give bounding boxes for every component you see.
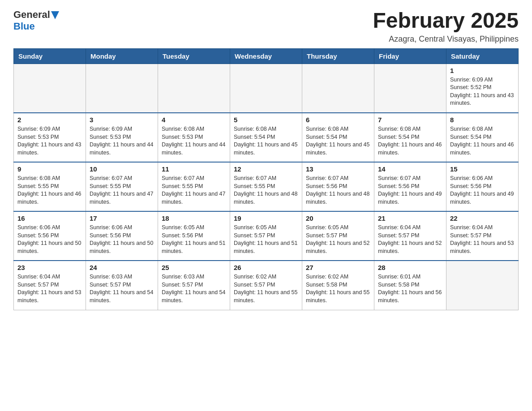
day-info: Sunrise: 6:08 AMSunset: 5:54 PMDaylight:… bbox=[450, 125, 515, 157]
calendar-header-row: SundayMondayTuesdayWednesdayThursdayFrid… bbox=[14, 48, 519, 64]
calendar-day-cell bbox=[446, 261, 519, 310]
calendar-day-cell: 9Sunrise: 6:08 AMSunset: 5:55 PMDaylight… bbox=[14, 162, 86, 211]
day-info: Sunrise: 6:08 AMSunset: 5:53 PMDaylight:… bbox=[162, 125, 226, 157]
day-of-week-header: Monday bbox=[86, 48, 158, 64]
day-number: 23 bbox=[17, 264, 82, 271]
day-info: Sunrise: 6:07 AMSunset: 5:55 PMDaylight:… bbox=[234, 175, 298, 206]
calendar-day-cell: 5Sunrise: 6:08 AMSunset: 5:54 PMDaylight… bbox=[230, 113, 302, 162]
svg-marker-0 bbox=[51, 11, 59, 19]
day-info: Sunrise: 6:03 AMSunset: 5:57 PMDaylight:… bbox=[162, 273, 226, 304]
day-number: 3 bbox=[90, 116, 154, 124]
day-number: 27 bbox=[306, 264, 370, 271]
calendar-week-row: 16Sunrise: 6:06 AMSunset: 5:56 PMDayligh… bbox=[14, 211, 519, 261]
calendar-day-cell bbox=[86, 64, 158, 113]
calendar-day-cell bbox=[302, 64, 374, 113]
day-number: 14 bbox=[378, 165, 442, 173]
calendar-week-row: 2Sunrise: 6:09 AMSunset: 5:53 PMDaylight… bbox=[14, 113, 519, 162]
title-block: February 2025 Azagra, Central Visayas, P… bbox=[373, 9, 519, 44]
calendar-day-cell: 13Sunrise: 6:07 AMSunset: 5:56 PMDayligh… bbox=[302, 162, 374, 211]
calendar-day-cell: 27Sunrise: 6:02 AMSunset: 5:58 PMDayligh… bbox=[302, 261, 374, 310]
calendar-day-cell bbox=[14, 64, 86, 113]
calendar-day-cell: 28Sunrise: 6:01 AMSunset: 5:58 PMDayligh… bbox=[374, 261, 446, 310]
day-info: Sunrise: 6:08 AMSunset: 5:54 PMDaylight:… bbox=[378, 125, 442, 157]
day-of-week-header: Wednesday bbox=[230, 48, 302, 64]
calendar-day-cell: 3Sunrise: 6:09 AMSunset: 5:53 PMDaylight… bbox=[86, 113, 158, 162]
day-number: 7 bbox=[378, 116, 442, 124]
day-info: Sunrise: 6:05 AMSunset: 5:57 PMDaylight:… bbox=[306, 224, 370, 255]
day-info: Sunrise: 6:08 AMSunset: 5:54 PMDaylight:… bbox=[306, 125, 370, 157]
day-number: 10 bbox=[90, 165, 154, 173]
calendar-day-cell: 21Sunrise: 6:04 AMSunset: 5:57 PMDayligh… bbox=[374, 211, 446, 261]
day-info: Sunrise: 6:07 AMSunset: 5:55 PMDaylight:… bbox=[90, 175, 154, 206]
day-number: 17 bbox=[90, 214, 154, 222]
calendar-day-cell: 26Sunrise: 6:02 AMSunset: 5:57 PMDayligh… bbox=[230, 261, 302, 310]
calendar-day-cell: 4Sunrise: 6:08 AMSunset: 5:53 PMDaylight… bbox=[158, 113, 230, 162]
calendar-day-cell: 14Sunrise: 6:07 AMSunset: 5:56 PMDayligh… bbox=[374, 162, 446, 211]
day-number: 6 bbox=[306, 116, 370, 124]
calendar-day-cell: 22Sunrise: 6:04 AMSunset: 5:57 PMDayligh… bbox=[446, 211, 519, 261]
calendar-week-row: 9Sunrise: 6:08 AMSunset: 5:55 PMDaylight… bbox=[14, 162, 519, 211]
day-number: 13 bbox=[306, 165, 370, 173]
calendar-day-cell bbox=[374, 64, 446, 113]
day-info: Sunrise: 6:02 AMSunset: 5:58 PMDaylight:… bbox=[306, 273, 370, 304]
day-info: Sunrise: 6:08 AMSunset: 5:55 PMDaylight:… bbox=[17, 175, 82, 206]
day-number: 16 bbox=[17, 214, 82, 222]
day-info: Sunrise: 6:09 AMSunset: 5:52 PMDaylight:… bbox=[450, 76, 515, 107]
location: Azagra, Central Visayas, Philippines bbox=[373, 34, 519, 44]
calendar-day-cell: 18Sunrise: 6:05 AMSunset: 5:56 PMDayligh… bbox=[158, 211, 230, 261]
calendar-day-cell: 25Sunrise: 6:03 AMSunset: 5:57 PMDayligh… bbox=[158, 261, 230, 310]
logo-arrow-icon bbox=[51, 11, 59, 19]
day-number: 21 bbox=[378, 214, 442, 222]
calendar-day-cell: 16Sunrise: 6:06 AMSunset: 5:56 PMDayligh… bbox=[14, 211, 86, 261]
day-info: Sunrise: 6:07 AMSunset: 5:56 PMDaylight:… bbox=[378, 175, 442, 206]
day-number: 15 bbox=[450, 165, 515, 173]
calendar-day-cell: 8Sunrise: 6:08 AMSunset: 5:54 PMDaylight… bbox=[446, 113, 519, 162]
day-info: Sunrise: 6:09 AMSunset: 5:53 PMDaylight:… bbox=[17, 125, 82, 157]
day-info: Sunrise: 6:01 AMSunset: 5:58 PMDaylight:… bbox=[378, 273, 442, 304]
day-info: Sunrise: 6:04 AMSunset: 5:57 PMDaylight:… bbox=[450, 224, 515, 255]
calendar-day-cell: 7Sunrise: 6:08 AMSunset: 5:54 PMDaylight… bbox=[374, 113, 446, 162]
day-number: 2 bbox=[17, 116, 82, 124]
day-number: 11 bbox=[162, 165, 226, 173]
day-of-week-header: Saturday bbox=[446, 48, 519, 64]
calendar-day-cell: 10Sunrise: 6:07 AMSunset: 5:55 PMDayligh… bbox=[86, 162, 158, 211]
day-info: Sunrise: 6:06 AMSunset: 5:56 PMDaylight:… bbox=[450, 175, 515, 206]
day-number: 4 bbox=[162, 116, 226, 124]
day-info: Sunrise: 6:09 AMSunset: 5:53 PMDaylight:… bbox=[90, 125, 154, 157]
day-info: Sunrise: 6:04 AMSunset: 5:57 PMDaylight:… bbox=[17, 273, 82, 304]
day-number: 18 bbox=[162, 214, 226, 222]
calendar-day-cell bbox=[158, 64, 230, 113]
calendar-day-cell: 11Sunrise: 6:07 AMSunset: 5:55 PMDayligh… bbox=[158, 162, 230, 211]
day-info: Sunrise: 6:06 AMSunset: 5:56 PMDaylight:… bbox=[17, 224, 82, 255]
calendar-day-cell: 23Sunrise: 6:04 AMSunset: 5:57 PMDayligh… bbox=[14, 261, 86, 310]
day-info: Sunrise: 6:07 AMSunset: 5:55 PMDaylight:… bbox=[162, 175, 226, 206]
logo-text-blue: Blue bbox=[13, 21, 35, 32]
calendar-day-cell: 6Sunrise: 6:08 AMSunset: 5:54 PMDaylight… bbox=[302, 113, 374, 162]
month-title: February 2025 bbox=[373, 9, 519, 33]
day-number: 19 bbox=[234, 214, 298, 222]
calendar-day-cell: 20Sunrise: 6:05 AMSunset: 5:57 PMDayligh… bbox=[302, 211, 374, 261]
calendar-day-cell bbox=[230, 64, 302, 113]
day-number: 24 bbox=[90, 264, 154, 271]
day-info: Sunrise: 6:08 AMSunset: 5:54 PMDaylight:… bbox=[234, 125, 298, 157]
day-of-week-header: Friday bbox=[374, 48, 446, 64]
day-info: Sunrise: 6:05 AMSunset: 5:57 PMDaylight:… bbox=[234, 224, 298, 255]
day-number: 9 bbox=[17, 165, 82, 173]
day-number: 1 bbox=[450, 67, 515, 74]
day-info: Sunrise: 6:03 AMSunset: 5:57 PMDaylight:… bbox=[90, 273, 154, 304]
calendar-day-cell: 24Sunrise: 6:03 AMSunset: 5:57 PMDayligh… bbox=[86, 261, 158, 310]
calendar-day-cell: 2Sunrise: 6:09 AMSunset: 5:53 PMDaylight… bbox=[14, 113, 86, 162]
day-info: Sunrise: 6:05 AMSunset: 5:56 PMDaylight:… bbox=[162, 224, 226, 255]
calendar-table: SundayMondayTuesdayWednesdayThursdayFrid… bbox=[13, 48, 519, 310]
day-number: 22 bbox=[450, 214, 515, 222]
calendar-week-row: 23Sunrise: 6:04 AMSunset: 5:57 PMDayligh… bbox=[14, 261, 519, 310]
logo: General Blue bbox=[13, 9, 59, 32]
day-number: 25 bbox=[162, 264, 226, 271]
day-info: Sunrise: 6:02 AMSunset: 5:57 PMDaylight:… bbox=[234, 273, 298, 304]
calendar-day-cell: 17Sunrise: 6:06 AMSunset: 5:56 PMDayligh… bbox=[86, 211, 158, 261]
day-of-week-header: Thursday bbox=[302, 48, 374, 64]
logo-text-general: General bbox=[13, 9, 50, 21]
calendar-day-cell: 19Sunrise: 6:05 AMSunset: 5:57 PMDayligh… bbox=[230, 211, 302, 261]
day-of-week-header: Tuesday bbox=[158, 48, 230, 64]
day-info: Sunrise: 6:04 AMSunset: 5:57 PMDaylight:… bbox=[378, 224, 442, 255]
